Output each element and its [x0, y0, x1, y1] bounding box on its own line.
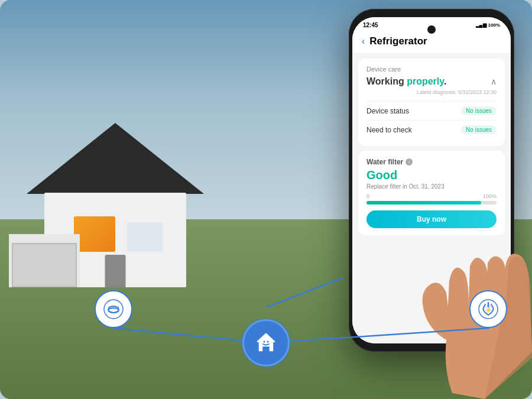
status-icons: ▂▄▆ 100%: [476, 22, 500, 28]
need-to-check-label: Need to check: [366, 126, 412, 134]
house-door: [105, 255, 126, 287]
collapse-chevron[interactable]: ∧: [491, 77, 497, 86]
need-to-check-badge: No issues: [461, 125, 497, 134]
progress-min: 0: [366, 193, 369, 199]
device-status-row: Device status No issues: [366, 101, 497, 120]
filter-progress: 0 100%: [366, 193, 497, 205]
need-to-check-row: Need to check No issues: [366, 120, 497, 139]
battery-icon: 100%: [488, 22, 500, 28]
back-button[interactable]: ‹: [362, 36, 365, 47]
progress-max: 100%: [483, 193, 497, 199]
device-status-badge: No issues: [461, 106, 497, 115]
svg-text:⚡: ⚡: [485, 306, 492, 314]
water-filter-section: Water filter i Good Replace filter in Oc…: [358, 151, 505, 235]
house-roof: [27, 123, 204, 194]
app-title: Refrigerator: [369, 35, 427, 47]
signal-icon: ▂▄▆: [476, 22, 486, 28]
working-prefix: Working: [366, 76, 407, 86]
working-properly: properly: [407, 76, 444, 86]
water-filter-header: Water filter i: [366, 158, 497, 166]
progress-fill: [366, 201, 481, 205]
left-icon-circle[interactable]: [95, 290, 132, 328]
buy-now-button[interactable]: Buy now: [366, 210, 497, 228]
house-window-left: [74, 216, 115, 252]
camera-notch: [427, 25, 436, 34]
water-filter-label: Water filter: [366, 158, 403, 166]
power-icon: ⚡: [478, 299, 498, 319]
right-icon-circle[interactable]: ⚡: [469, 290, 507, 328]
house-garage: [9, 234, 80, 287]
svg-point-7: [264, 341, 265, 343]
center-icon-circle[interactable]: [242, 319, 290, 366]
status-time: 12:45: [363, 22, 378, 28]
app-header: ‹ Refrigerator: [352, 31, 511, 54]
diagnosis-date: Latest diagnosis: 5/31/2023 12:30: [366, 89, 497, 95]
device-care-label: Device care: [366, 66, 497, 73]
working-row: Working properly. ∧: [366, 76, 497, 87]
progress-labels: 0 100%: [366, 193, 497, 199]
house: [27, 122, 228, 287]
info-icon[interactable]: i: [406, 158, 413, 166]
working-suffix: .: [444, 76, 446, 86]
device-status-label: Device status: [366, 107, 409, 115]
house-window-right: [127, 222, 163, 252]
filter-status-good: Good: [366, 168, 497, 182]
working-status-text: Working properly.: [366, 76, 446, 87]
device-care-section: Device care Working properly. ∧ Latest d…: [358, 59, 505, 146]
drink-icon: [103, 299, 124, 319]
replace-filter-text: Replace filter in Oct. 31, 2023: [366, 183, 497, 190]
svg-point-8: [267, 341, 269, 343]
home-icon: [253, 330, 279, 356]
house-garage-door: [12, 243, 77, 287]
progress-bar: [366, 201, 497, 205]
